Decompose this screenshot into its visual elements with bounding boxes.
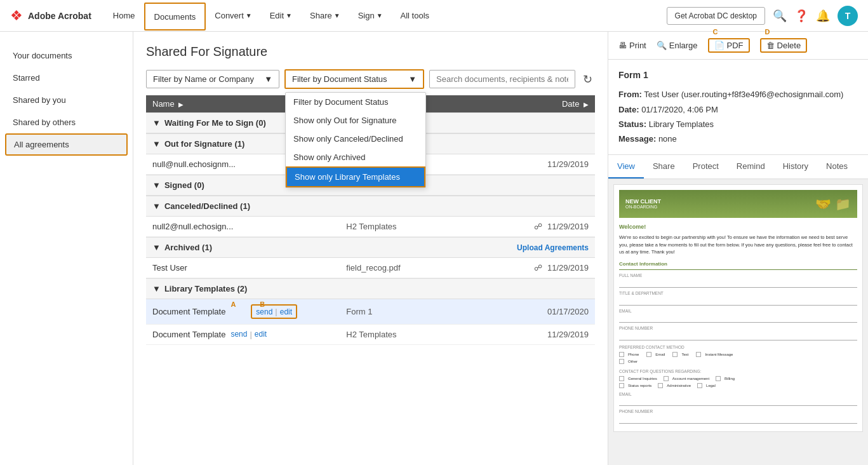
send-link[interactable]: send <box>230 330 247 339</box>
table-row[interactable]: Document Template send | edit H2 Templat… <box>146 325 595 345</box>
section-library-templates[interactable]: ▼ Library Templates (2) <box>146 278 595 299</box>
help-icon[interactable]: ❓ <box>794 9 808 23</box>
row-company: field_recog.pdf <box>346 263 491 273</box>
row-name: Document Template send | edit <box>152 330 346 339</box>
table-row[interactable]: Test User field_recog.pdf ☍ 11/29/2019 <box>146 258 595 278</box>
dropdown-item-canceled-declined[interactable]: Show only Canceled/Declined <box>286 130 425 148</box>
nav-edit[interactable]: Edit ▼ <box>261 0 301 32</box>
label-A: A <box>230 300 236 308</box>
label-D: D <box>765 28 770 36</box>
right-panel: 🖶 Print 🔍 Enlarge C 📄 PDF D 🗑 Del <box>608 32 868 465</box>
app-name: Adobe Acrobat <box>28 11 91 21</box>
tab-share[interactable]: Share <box>644 155 684 179</box>
send-link[interactable]: send <box>256 307 272 316</box>
dropdown-item-all-status[interactable]: Filter by Document Status <box>286 93 425 111</box>
preview-header: NEW CLIENT ON-BOARDING 🤝 📁 <box>619 190 857 218</box>
chevron-canceled-icon: ▼ <box>152 201 161 211</box>
logo-area: ❖ Adobe Acrobat <box>10 8 91 24</box>
pdf-icon: 📄 <box>714 41 724 50</box>
sidebar-item-all-agreements[interactable]: All agreements <box>5 133 128 156</box>
message-icon: ☍ <box>534 222 542 231</box>
tab-history[interactable]: History <box>774 155 817 179</box>
panel-from: From: Test User (user.routing+f8f3e49f6@… <box>618 87 858 102</box>
folder-icon: 📁 <box>835 196 851 212</box>
tab-notes[interactable]: Notes <box>817 155 857 179</box>
preview-welcome-body: We're so excited to begin our partnershi… <box>619 234 857 255</box>
dropdown-item-library-templates[interactable]: Show only Library Templates <box>286 166 425 187</box>
table-row[interactable]: Document Template A B send | edit Form 1… <box>146 299 595 325</box>
filter-name-caret-icon: ▼ <box>264 74 272 84</box>
nav-documents[interactable]: Documents <box>144 3 206 30</box>
search-input[interactable] <box>429 70 575 88</box>
table-row[interactable]: null2@null.echosign... H2 Templates ☍ 11… <box>146 217 595 237</box>
sidebar-item-shared-by-you[interactable]: Shared by you <box>0 89 133 111</box>
sidebar-item-shared-by-others[interactable]: Shared by others <box>0 111 133 133</box>
sign-caret-icon: ▼ <box>377 12 383 19</box>
preview-subtitle: ON-BOARDING <box>625 205 661 209</box>
nav-home[interactable]: Home <box>104 0 144 32</box>
tab-view[interactable]: View <box>608 155 644 179</box>
col-date-header[interactable]: Date ▶ <box>491 99 589 109</box>
nav-sign[interactable]: Sign ▼ <box>349 0 392 32</box>
get-desktop-button[interactable]: Get Acrobat DC desktop <box>667 7 765 25</box>
row-date: ☍ 11/29/2019 <box>491 263 589 273</box>
preview-contact-section: Contact Information <box>619 260 857 270</box>
delete-button[interactable]: 🗑 Delete <box>760 38 808 53</box>
enlarge-icon: 🔍 <box>657 41 667 50</box>
row-name: null2@null.echosign... <box>152 222 346 231</box>
dropdown-item-out-for-signature[interactable]: Show only Out for Signature <box>286 111 425 130</box>
sidebar-item-starred[interactable]: Starred <box>0 67 133 89</box>
panel-status: Status: Library Templates <box>618 117 858 131</box>
nav-share[interactable]: Share ▼ <box>301 0 349 32</box>
section-archived[interactable]: ▼ Archived (1) Upload Agreements <box>146 237 595 258</box>
chevron-waiting-icon: ▼ <box>152 118 161 128</box>
filter-row: Filter by Name or Company ▼ Filter by Do… <box>146 69 595 89</box>
nav-all-tools[interactable]: All tools <box>392 0 439 32</box>
panel-doc-title: Form 1 <box>618 67 858 83</box>
upload-agreements-link[interactable]: Upload Agreements <box>517 243 589 252</box>
tab-remind[interactable]: Remind <box>728 155 774 179</box>
nav-convert[interactable]: Convert ▼ <box>206 0 260 32</box>
handshake-icon: 🤝 <box>815 196 831 212</box>
convert-caret-icon: ▼ <box>246 12 252 19</box>
main-layout: Your documents Starred Shared by you Sha… <box>0 32 868 465</box>
row-company: H2 Templates <box>346 330 491 339</box>
nav-right: Get Acrobat DC desktop 🔍 ❓ 🔔 T <box>667 6 858 26</box>
preview-welcome: Welcome! <box>619 223 857 232</box>
row-date: 11/29/2019 <box>491 330 589 339</box>
row-date: 11/29/2019 <box>491 159 589 169</box>
avatar[interactable]: T <box>838 6 858 26</box>
status-dropdown-menu: Filter by Document Status Show only Out … <box>285 92 426 188</box>
dropdown-item-archived[interactable]: Show only Archived <box>286 148 425 166</box>
search-icon[interactable]: 🔍 <box>773 9 787 23</box>
message-icon: ☍ <box>534 263 542 273</box>
date-sort-icon: ▶ <box>584 101 589 108</box>
row-date: ☍ 11/29/2019 <box>491 222 589 231</box>
panel-tabs: View Share Protect Remind History Notes <box>608 155 868 179</box>
row-company: Form 1 <box>346 307 491 316</box>
section-canceled[interactable]: ▼ Canceled/Declined (1) <box>146 196 595 217</box>
nav-links: Home Documents Convert ▼ Edit ▼ Share ▼ … <box>104 0 667 32</box>
row-name: Document Template A B send | edit <box>152 304 346 319</box>
panel-date: Date: 01/17/2020, 4:06 PM <box>618 102 858 117</box>
enlarge-button[interactable]: 🔍 Enlarge <box>657 41 698 50</box>
filter-name-company[interactable]: Filter by Name or Company ▼ <box>146 70 279 88</box>
print-button[interactable]: 🖶 Print <box>618 41 646 50</box>
panel-preview: ⊕ NEW CLIENT ON-BOARDING 🤝 📁 <box>608 179 868 465</box>
chevron-signed-icon: ▼ <box>152 180 161 190</box>
sidebar: Your documents Starred Shared by you Sha… <box>0 32 133 465</box>
filter-document-status[interactable]: Filter by Document Status ▼ Filter by Do… <box>284 69 424 89</box>
label-C: C <box>713 28 718 36</box>
main-content: Shared For Signature Filter by Name or C… <box>133 32 608 465</box>
pdf-button[interactable]: 📄 PDF <box>708 38 750 53</box>
tab-protect[interactable]: Protect <box>684 155 728 179</box>
edit-link[interactable]: edit <box>280 307 292 316</box>
row-date: 01/17/2020 <box>491 307 589 316</box>
notification-icon[interactable]: 🔔 <box>816 9 830 23</box>
edit-link[interactable]: edit <box>255 330 267 339</box>
sidebar-item-your-documents[interactable]: Your documents <box>0 44 133 67</box>
share-caret-icon: ▼ <box>334 12 340 19</box>
chevron-library-icon: ▼ <box>152 284 161 293</box>
refresh-icon[interactable]: ↻ <box>580 70 595 89</box>
top-navigation: ❖ Adobe Acrobat Home Documents Convert ▼… <box>0 0 868 32</box>
